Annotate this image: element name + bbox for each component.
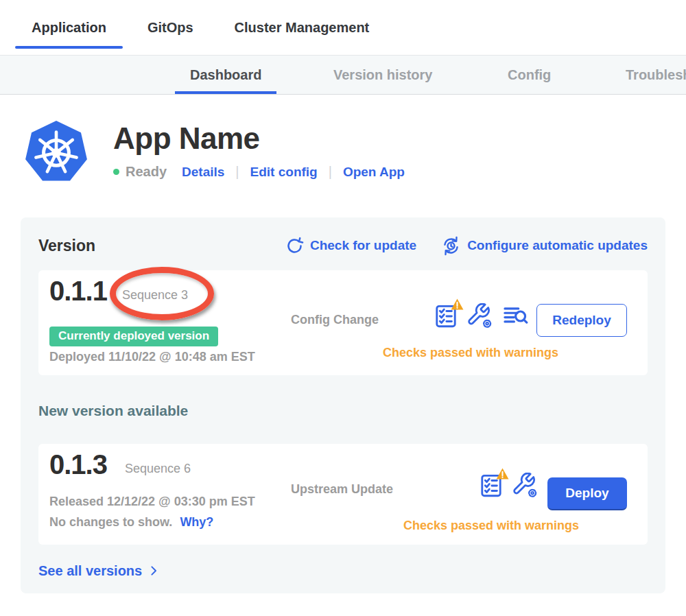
primary-nav: Application GitOps Cluster Management — [0, 0, 686, 55]
tab-dashboard[interactable]: Dashboard — [175, 56, 276, 94]
tab-troubleshoot[interactable]: Troubleshoot — [611, 56, 686, 94]
current-version-number: 0.1.1 — [49, 276, 107, 307]
tab-version-history[interactable]: Version history — [318, 56, 448, 94]
current-release-check-icons — [434, 303, 528, 329]
app-header-text: App Name Ready Details | Edit config | O… — [113, 120, 405, 183]
new-version-number: 0.1.3 — [49, 449, 107, 480]
tab-label: Config — [508, 67, 551, 83]
redeploy-button[interactable]: Redeploy — [536, 304, 627, 337]
chevron-right-icon — [147, 565, 160, 577]
kubernetes-logo-icon — [25, 120, 88, 183]
tab-label: Troubleshoot — [626, 67, 686, 83]
why-link[interactable]: Why? — [180, 515, 213, 529]
version-panel-header: Version Check for update Configure — [38, 236, 648, 255]
preflight-checklist-icon[interactable] — [434, 304, 458, 329]
nav-tab-gitops[interactable]: GitOps — [131, 0, 210, 55]
version-heading: Version — [38, 237, 95, 255]
check-for-update-link[interactable]: Check for update — [285, 237, 416, 255]
deploy-button[interactable]: Deploy — [547, 477, 627, 510]
status-dot-icon — [113, 169, 119, 175]
nav-tab-label: GitOps — [147, 20, 193, 36]
view-files-icon[interactable] — [502, 303, 528, 329]
app-status-row: Ready Details | Edit config | Open App — [113, 164, 405, 180]
nav-tab-application[interactable]: Application — [15, 0, 123, 55]
configure-automatic-updates-label: Configure automatic updates — [467, 238, 648, 253]
details-link[interactable]: Details — [182, 165, 224, 180]
new-release-check-icons — [479, 473, 539, 499]
page-title: App Name — [113, 121, 405, 156]
see-all-versions-link[interactable]: See all versions — [38, 562, 160, 579]
tab-config[interactable]: Config — [493, 56, 566, 94]
current-release-card: 0.1.1 Sequence 3 Currently deployed vers… — [38, 270, 648, 375]
see-all-versions-label: See all versions — [38, 562, 142, 579]
changes-note: No changes to show. Why? — [49, 515, 213, 530]
open-app-link[interactable]: Open App — [343, 165, 405, 180]
release-source-label: Upstream Update — [291, 482, 393, 497]
app-sub-nav: Dashboard Version history Config Trouble… — [0, 55, 686, 95]
nav-tab-label: Cluster Management — [235, 20, 370, 36]
check-for-update-label: Check for update — [310, 238, 416, 253]
app-header: App Name Ready Details | Edit config | O… — [25, 120, 686, 183]
tab-label: Dashboard — [190, 67, 261, 83]
config-wrench-icon[interactable] — [467, 303, 493, 329]
nav-tab-cluster-management[interactable]: Cluster Management — [218, 0, 386, 55]
refresh-icon — [285, 237, 304, 255]
status-badge: Ready — [126, 164, 167, 180]
deployed-timestamp: Deployed 11/10/22 @ 10:48 am EST — [49, 350, 255, 364]
currently-deployed-badge: Currently deployed version — [49, 327, 218, 346]
link-separator: | — [235, 164, 239, 180]
new-version-heading: New version available — [38, 403, 648, 419]
edit-config-link[interactable]: Edit config — [250, 165, 318, 180]
version-panel: Version Check for update Configure — [21, 217, 665, 593]
nav-tab-label: Application — [32, 20, 106, 36]
changes-note-text: No changes to show. — [49, 515, 172, 529]
active-tab-underline — [15, 46, 123, 49]
warning-triangle-icon — [496, 468, 509, 479]
new-sequence-label: Sequence 6 — [125, 462, 191, 476]
version-actions: Check for update Configure automatic upd… — [285, 236, 648, 256]
configure-automatic-updates-link[interactable]: Configure automatic updates — [441, 236, 648, 256]
checks-status-text: Checks passed with warnings — [313, 519, 670, 533]
new-release-card: 0.1.3 Sequence 6 Released 12/12/22 @ 03:… — [38, 444, 648, 545]
active-tab-underline — [175, 91, 276, 94]
preflight-checklist-icon[interactable] — [479, 473, 504, 498]
current-sequence-label: Sequence 3 — [122, 288, 188, 303]
release-source-label: Config Change — [291, 313, 379, 327]
released-timestamp: Released 12/12/22 @ 03:30 pm EST — [49, 495, 255, 509]
config-wrench-icon[interactable] — [512, 473, 539, 499]
sync-clock-icon — [441, 236, 461, 256]
link-separator: | — [329, 164, 332, 180]
tab-label: Version history — [333, 67, 433, 83]
warning-triangle-icon — [451, 298, 464, 310]
checks-status-text: Checks passed with warnings — [285, 346, 656, 360]
